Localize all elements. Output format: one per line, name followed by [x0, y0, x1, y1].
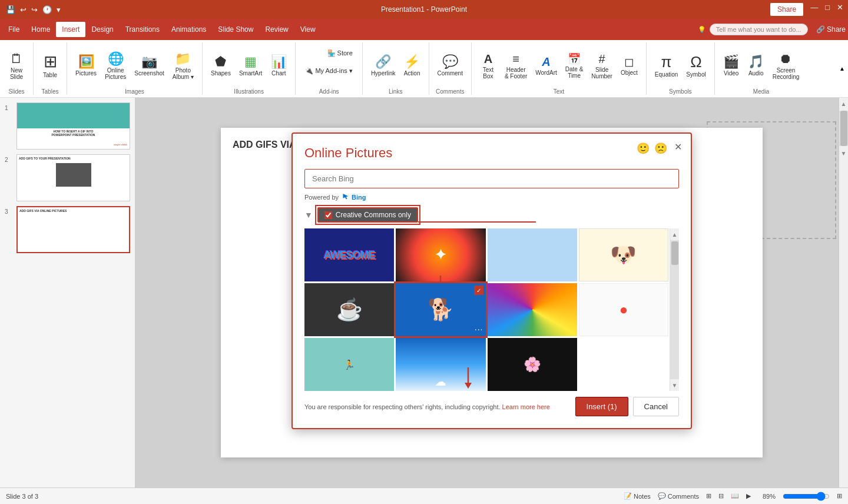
slide-preview-1[interactable]: HOW TO INSERT A GIF INTOPOWERPOINT PRESE… [16, 102, 130, 150]
notes-button[interactable]: 📝 Notes [624, 492, 651, 500]
auto-save-icon[interactable]: 🕐 [41, 4, 53, 15]
store-button[interactable]: 🏪 Store [323, 47, 357, 64]
tell-me-input[interactable]: Tell me what you want to do... [710, 24, 808, 35]
filter-bar: ▼ Creative Commons only [304, 207, 679, 223]
snoopy-selected-checkmark: ✓ [474, 286, 483, 295]
slide-thumb-1[interactable]: 1 HOW TO INSERT A GIF INTOPOWERPOINT PRE… [5, 102, 130, 150]
image-cell-sky[interactable]: ☁ [396, 338, 485, 391]
hyperlink-button[interactable]: 🔗 Hyperlink [367, 46, 399, 86]
scroll-thumb[interactable] [840, 111, 847, 146]
powered-by: Powered by Bing [304, 193, 679, 201]
textbox-button[interactable]: A TextBox [476, 46, 500, 86]
redo-icon[interactable]: ↪ [30, 4, 39, 15]
grid-scroll-up-button[interactable]: ▲ [670, 228, 679, 240]
slide-thumb-2[interactable]: 2 ADD GIFS TO YOUR PRESENTATION [5, 154, 130, 201]
pictures-button[interactable]: 🖼️ Pictures [72, 46, 100, 86]
symbol-button[interactable]: Ω Symbol [683, 46, 709, 86]
image-cell-swirl[interactable] [488, 283, 577, 336]
reading-view-button[interactable]: 📖 [731, 492, 739, 500]
image-cell-jake[interactable]: 🐶 [579, 228, 668, 281]
search-input[interactable] [304, 169, 679, 188]
photo-album-button[interactable]: 📁 PhotoAlbum ▾ [169, 46, 197, 86]
header-footer-button[interactable]: ≡ Header& Footer [501, 46, 531, 86]
image-cell-nature[interactable]: 🏃 [304, 338, 394, 391]
grid-scroll-down-button[interactable]: ▼ [670, 379, 679, 391]
menu-view[interactable]: View [294, 22, 322, 37]
slide-num-1: 1 [5, 102, 13, 111]
smartart-button[interactable]: ▦ SmartArt [236, 46, 266, 86]
online-pictures-button[interactable]: 🌐 OnlinePictures [101, 46, 130, 86]
slide-count: Slide 3 of 3 [6, 493, 38, 500]
grid-scroll-thumb[interactable] [671, 241, 678, 265]
close-button[interactable]: ✕ [837, 3, 843, 16]
equation-button[interactable]: π Equation [651, 46, 681, 86]
ribbon-scroll-button[interactable]: ▲ [836, 40, 848, 97]
slide-preview-2[interactable]: ADD GIFS TO YOUR PRESENTATION [16, 154, 130, 201]
main-scrollbar[interactable]: ▲ ▼ [839, 98, 848, 488]
menu-design[interactable]: Design [85, 22, 119, 37]
comments-button[interactable]: 💬 Comments [658, 492, 699, 500]
window-title: Presentation1 - PowerPoint [381, 5, 467, 14]
comment-button[interactable]: 💬 Comment [434, 46, 466, 86]
image-cell-awesome[interactable]: AWESOME [304, 228, 394, 281]
chart-button[interactable]: 📊 Chart [267, 46, 290, 86]
menu-review[interactable]: Review [259, 22, 294, 37]
menu-animations[interactable]: Animations [165, 22, 212, 37]
grid-scrollbar[interactable]: ▲ ▼ [670, 228, 679, 391]
minimize-button[interactable]: — [810, 3, 818, 16]
image-cell-bluesky[interactable] [488, 228, 577, 281]
scroll-down-button[interactable]: ▼ [839, 147, 848, 159]
audio-button[interactable]: 🎵 Audio [744, 46, 768, 86]
video-button[interactable]: 🎬 Video [720, 46, 743, 86]
menu-insert[interactable]: Insert [56, 22, 85, 37]
menu-transitions[interactable]: Transitions [120, 22, 165, 37]
share-link[interactable]: 🔗 Share [816, 25, 846, 34]
restore-button[interactable]: □ [825, 3, 830, 16]
cancel-button[interactable]: Cancel [633, 397, 679, 416]
group-label-tables: Tables [38, 87, 62, 95]
screen-recording-button[interactable]: ⏺ ScreenRecording [769, 46, 803, 86]
wordart-button[interactable]: A WordArt [532, 46, 561, 86]
slide-preview-3[interactable]: ADD GIFS VIA ONLINE PICTURES [16, 206, 130, 253]
scroll-up-button[interactable]: ▲ [839, 98, 848, 110]
my-addins-button[interactable]: 🔌 My Add-ins ▾ [300, 65, 357, 81]
presenter-view-button[interactable]: ▶ [746, 492, 751, 500]
image-cell-fireworks[interactable]: ✦ [396, 228, 485, 281]
creative-commons-filter[interactable]: Creative Commons only [317, 207, 418, 223]
date-time-button[interactable]: 📅 Date &Time [562, 46, 587, 86]
shapes-button[interactable]: ⬟ Shapes [207, 46, 234, 86]
image-cell-dark[interactable]: 🌸 [488, 338, 577, 391]
share-button[interactable]: Share [770, 3, 803, 16]
slide-sorter-button[interactable]: ⊟ [718, 492, 724, 500]
undo-icon[interactable]: ↩ [19, 4, 28, 15]
ribbon-group-comments: 💬 Comment Comments [429, 42, 472, 95]
new-slide-button[interactable]: 🗒 NewSlide [5, 46, 28, 86]
slides-panel: 1 HOW TO INSERT A GIF INTOPOWERPOINT PRE… [0, 98, 135, 488]
action-button[interactable]: ⚡ Action [400, 46, 424, 86]
image-cell-white[interactable]: ● [579, 283, 668, 336]
creative-commons-label: Creative Commons only [336, 211, 411, 219]
group-label-illustrations: Illustrations [207, 87, 290, 95]
save-icon[interactable]: 💾 [5, 4, 16, 15]
menu-slideshow[interactable]: Slide Show [212, 22, 259, 37]
dialog-close-button[interactable]: ✕ [671, 140, 685, 154]
table-button[interactable]: ⊞ Table [38, 46, 62, 86]
customize-qat-icon[interactable]: ▾ [55, 4, 62, 15]
normal-view-button[interactable]: ⊞ [706, 492, 711, 500]
image-cell-coffee[interactable]: ☕ [304, 283, 394, 336]
fit-slide-button[interactable]: ⊞ [837, 492, 842, 500]
feedback-happy-icon[interactable]: 🙂 [637, 142, 650, 155]
zoom-slider[interactable] [783, 493, 830, 500]
learn-more-link[interactable]: Learn more here [502, 403, 550, 410]
slide-number-button[interactable]: # SlideNumber [588, 46, 616, 86]
slide-num-2: 2 [5, 154, 13, 163]
insert-button[interactable]: Insert (1) [575, 397, 628, 416]
screenshot-button[interactable]: 📷 Screenshot [131, 46, 168, 86]
image-cell-snoopy[interactable]: 🐕 ✓ ··· [396, 283, 485, 336]
creative-commons-checkbox[interactable] [324, 211, 332, 219]
feedback-sad-icon[interactable]: 🙁 [654, 142, 667, 155]
menu-file[interactable]: File [2, 22, 25, 37]
menu-home[interactable]: Home [25, 22, 56, 37]
object-button[interactable]: ◻ Object [617, 46, 641, 86]
slide-thumb-3[interactable]: 3 ADD GIFS VIA ONLINE PICTURES [5, 206, 130, 253]
